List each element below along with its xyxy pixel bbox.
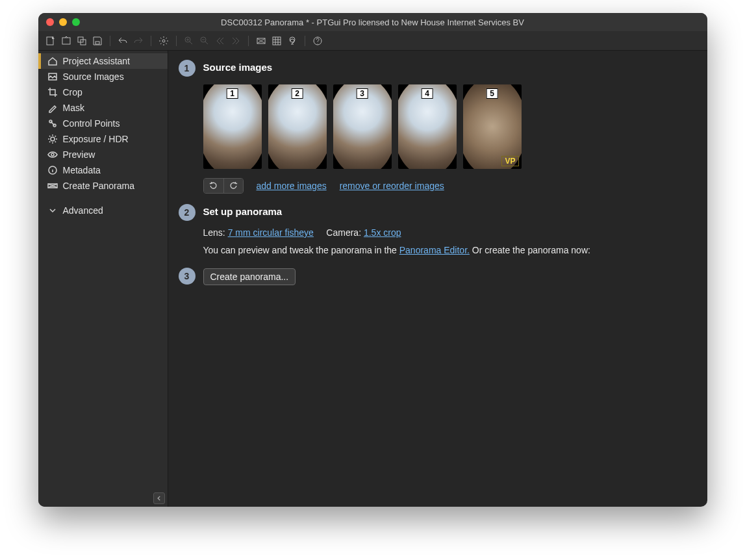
- sidebar-item-advanced[interactable]: Advanced: [38, 203, 168, 218]
- sidebar-item-source-images[interactable]: Source Images: [38, 69, 168, 84]
- panorama-editor-link[interactable]: Panorama Editor.: [399, 245, 470, 255]
- sidebar-item-label: Metadata: [63, 165, 101, 175]
- svg-point-16: [51, 153, 54, 156]
- step-number: 2: [179, 204, 196, 221]
- prev-icon[interactable]: [213, 34, 227, 48]
- window-controls: [46, 18, 80, 26]
- toolbar-separator: [110, 36, 110, 46]
- window-title: DSC00312 Panorama * - PTGui Pro licensed…: [38, 18, 707, 27]
- preview-hint-line: You can preview and tweak the panorama i…: [203, 244, 697, 257]
- next-icon[interactable]: [229, 34, 243, 48]
- app-window: DSC00312 Panorama * - PTGui Pro licensed…: [38, 13, 707, 507]
- open-project-icon[interactable]: [59, 34, 73, 48]
- source-image-thumbnail[interactable]: 1: [203, 84, 262, 169]
- sidebar-item-label: Advanced: [63, 205, 103, 216]
- redo-icon[interactable]: [131, 34, 145, 48]
- sidebar-item-label: Mask: [63, 103, 84, 113]
- source-image-thumbnail[interactable]: 5VP: [463, 84, 522, 169]
- titlebar: DSC00312 Panorama * - PTGui Pro licensed…: [38, 13, 707, 31]
- sidebar: Project Assistant Source Images Crop Mas…: [38, 51, 168, 507]
- step-title: Source images: [203, 60, 273, 73]
- lens-label: Lens:: [203, 227, 228, 238]
- thumbnail-number-badge: 3: [356, 88, 368, 99]
- sidebar-item-label: Crop: [63, 87, 82, 97]
- step-3-row: 3 Create panorama...: [179, 268, 697, 285]
- svg-rect-1: [62, 38, 70, 44]
- save-icon[interactable]: [90, 34, 105, 48]
- help-icon[interactable]: [310, 34, 325, 48]
- settings-icon[interactable]: [157, 34, 171, 48]
- add-more-images-link[interactable]: add more images: [257, 181, 327, 191]
- duplicate-icon[interactable]: [75, 34, 89, 48]
- grid-icon[interactable]: [270, 34, 284, 48]
- svg-point-15: [51, 137, 55, 141]
- undo-icon[interactable]: [116, 34, 130, 48]
- toolbar-separator: [305, 36, 305, 46]
- minimize-window-button[interactable]: [59, 18, 67, 26]
- lens-value-link[interactable]: 7 mm circular fisheye: [228, 227, 314, 238]
- viewpoint-badge: VP: [501, 156, 518, 166]
- toolbar-separator: [176, 36, 177, 46]
- sidebar-item-label: Control Points: [63, 118, 120, 129]
- svg-rect-4: [95, 42, 99, 44]
- sidebar-item-project-assistant[interactable]: Project Assistant: [38, 53, 168, 69]
- preview-prefix: You can preview and tweak the panorama i…: [203, 245, 399, 255]
- collapse-sidebar-button[interactable]: [153, 492, 165, 504]
- sidebar-item-label: Exposure / HDR: [63, 134, 129, 144]
- eye-icon: [47, 149, 58, 160]
- zoom-out-icon[interactable]: [197, 34, 212, 48]
- rotate-cw-button[interactable]: [223, 179, 243, 193]
- home-icon: [47, 56, 58, 66]
- thumbnail-number-badge: 2: [291, 88, 303, 99]
- thumbnail-number-badge: 4: [421, 88, 433, 99]
- toolbar: [38, 31, 707, 51]
- zoom-in-icon[interactable]: [182, 34, 196, 48]
- camera-value-link[interactable]: 1.5x crop: [364, 227, 401, 238]
- panorama-icon: [47, 181, 58, 191]
- remove-reorder-images-link[interactable]: remove or reorder images: [340, 181, 444, 191]
- step-number: 3: [179, 268, 196, 285]
- source-image-thumbnail[interactable]: 4: [398, 84, 457, 169]
- step-2-header: 2 Set up panorama: [179, 204, 697, 221]
- mask-icon: [47, 103, 58, 113]
- rotate-buttons: [203, 178, 244, 194]
- sidebar-item-label: Project Assistant: [63, 56, 131, 66]
- close-window-button[interactable]: [46, 18, 54, 26]
- source-image-thumbnail[interactable]: 3: [333, 84, 392, 169]
- create-panorama-button[interactable]: Create panorama...: [203, 268, 296, 285]
- sidebar-item-control-points[interactable]: Control Points: [38, 116, 168, 131]
- hint-icon[interactable]: [285, 34, 299, 48]
- toolbar-separator: [151, 36, 151, 46]
- camera-label: Camera:: [326, 227, 364, 238]
- main-content: 1 Source images 12345VP add more images …: [168, 51, 707, 507]
- source-image-thumbnail[interactable]: 2: [268, 84, 327, 169]
- thumbnail-strip: 12345VP: [203, 84, 697, 169]
- svg-point-5: [162, 40, 165, 42]
- sidebar-item-mask[interactable]: Mask: [38, 100, 168, 116]
- sidebar-item-label: Preview: [63, 149, 95, 160]
- preview-suffix: Or create the panorama now:: [470, 245, 590, 255]
- sidebar-item-preview[interactable]: Preview: [38, 147, 168, 162]
- info-icon: [47, 165, 58, 175]
- new-project-icon[interactable]: [44, 34, 58, 48]
- rotate-ccw-button[interactable]: [204, 179, 223, 193]
- sidebar-item-crop[interactable]: Crop: [38, 84, 168, 100]
- toolbar-separator: [248, 36, 249, 46]
- sidebar-item-create-panorama[interactable]: Create Panorama: [38, 178, 168, 194]
- sidebar-item-metadata[interactable]: Metadata: [38, 162, 168, 178]
- exposure-icon: [47, 134, 58, 144]
- lens-camera-line: Lens: 7 mm circular fisheye Camera: 1.5x…: [203, 226, 697, 240]
- sidebar-item-label: Source Images: [63, 71, 124, 82]
- images-icon: [47, 71, 58, 82]
- thumbnail-number-badge: 1: [226, 88, 238, 99]
- sidebar-item-exposure-hdr[interactable]: Exposure / HDR: [38, 131, 168, 147]
- crop-icon: [47, 87, 58, 97]
- svg-rect-9: [273, 37, 281, 45]
- control-points-icon: [47, 118, 58, 129]
- step-number: 1: [179, 60, 196, 77]
- step-1-header: 1 Source images: [179, 60, 697, 77]
- chevron-down-icon: [47, 205, 58, 216]
- maximize-window-button[interactable]: [72, 18, 80, 26]
- panorama-editor-icon[interactable]: [254, 34, 268, 48]
- thumbnail-number-badge: 5: [486, 88, 498, 99]
